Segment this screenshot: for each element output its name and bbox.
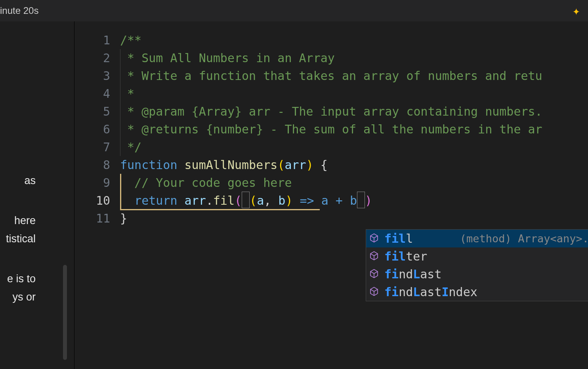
timer-text: inute 20s <box>0 5 38 16</box>
panel-fragment: as <box>0 172 36 190</box>
line-number: 8 <box>74 156 110 174</box>
autocomplete-label: filter <box>384 247 427 265</box>
line-number: 11 <box>74 209 110 227</box>
panel-fragment: tistical <box>0 230 36 248</box>
method-icon <box>369 265 381 283</box>
keyword: function <box>120 158 178 172</box>
code-editor[interactable]: 1 2 3 4 5 6 7 8 9 10 11 /** * Sum All Nu… <box>74 21 588 369</box>
function-name: sumAllNumbers <box>185 158 278 172</box>
code-comment: */ <box>120 140 141 154</box>
code-comment: * Write a function that takes an array o… <box>120 69 542 83</box>
method: fil <box>213 194 235 207</box>
code-comment: // Your code goes here <box>120 176 292 190</box>
brace: { <box>313 158 328 172</box>
panel-fragment: here <box>0 212 36 230</box>
keyword: return <box>134 194 177 207</box>
method-icon <box>369 283 381 301</box>
paren: ( <box>277 158 284 172</box>
arrow: => a + b <box>292 194 357 207</box>
autocomplete-popup[interactable]: fill (method) Array<any>.fill(value:… fi… <box>366 229 588 301</box>
autocomplete-item-filter[interactable]: filter <box>366 247 588 265</box>
param: arr <box>284 158 306 172</box>
autocomplete-label: findLast <box>384 265 442 283</box>
autocomplete-label: fill <box>384 230 413 247</box>
method-icon <box>369 247 381 265</box>
param: b <box>278 194 285 207</box>
panel-fragment: e is to <box>0 270 36 288</box>
code-comment: * @returns {number} - The sum of all the… <box>120 122 542 136</box>
line-number-gutter: 1 2 3 4 5 6 7 8 9 10 11 <box>74 21 120 369</box>
sparkle-icon[interactable]: ✦ <box>573 3 580 18</box>
line-number: 9 <box>74 174 110 192</box>
code-comment: * @param {Array} arr - The input array c… <box>120 105 542 118</box>
autocomplete-detail: (method) Array<any>.fill(value:… <box>460 230 588 247</box>
brace: } <box>120 211 127 225</box>
code-content[interactable]: /** * Sum All Numbers in an Array * Writ… <box>120 21 588 369</box>
scrollbar-thumb[interactable] <box>63 265 67 360</box>
left-panel: as here tistical e is to ys or <box>0 21 74 369</box>
code-comment: /** <box>120 33 141 47</box>
autocomplete-item-findlast[interactable]: findLast <box>366 265 588 283</box>
line-number: 6 <box>74 120 110 138</box>
line-number: 4 <box>74 85 110 103</box>
top-bar: inute 20s ✦ <box>0 0 588 21</box>
method-icon <box>369 230 381 247</box>
line-number: 5 <box>74 103 110 120</box>
line-number: 2 <box>74 49 110 67</box>
code-comment: * Sum All Numbers in an Array <box>120 51 335 65</box>
autocomplete-label: findLastIndex <box>384 283 477 301</box>
code-comment: * <box>120 87 134 101</box>
line-number: 1 <box>74 31 110 49</box>
line-number: 3 <box>74 67 110 85</box>
line-number: 7 <box>74 138 110 156</box>
autocomplete-item-findlastindex[interactable]: findLastIndex <box>366 283 588 301</box>
paren: ) <box>306 158 313 172</box>
variable: arr <box>185 194 206 207</box>
line-number: 10 <box>74 192 110 209</box>
left-panel-text: as here tistical e is to ys or <box>0 172 36 306</box>
panel-fragment: ys or <box>0 288 36 306</box>
param: a <box>257 194 264 207</box>
autocomplete-item-fill[interactable]: fill (method) Array<any>.fill(value:… <box>366 230 588 247</box>
